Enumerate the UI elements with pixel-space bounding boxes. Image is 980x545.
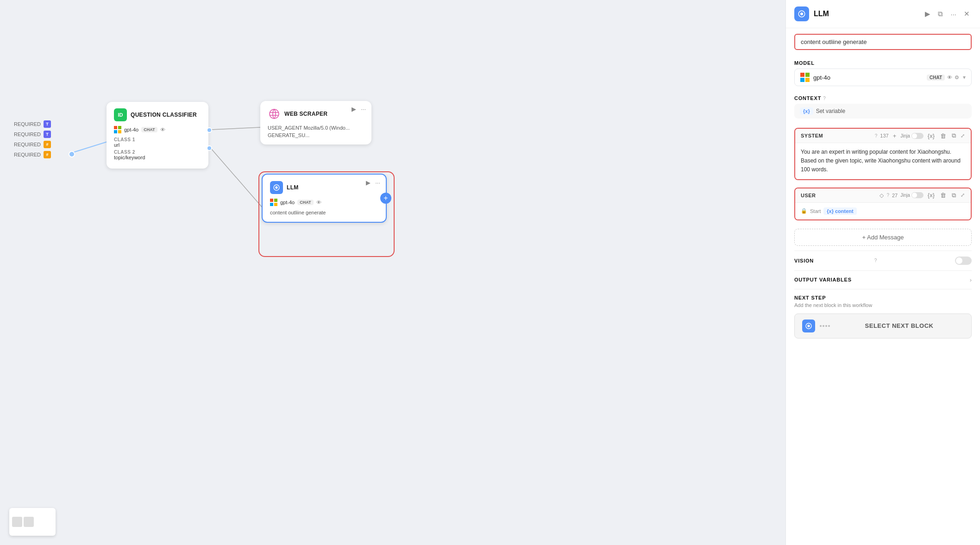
llm-more-btn[interactable]: ··· [374,178,381,187]
svg-line-2 [211,148,263,208]
llm-canvas-title: LLM [287,184,299,191]
ws-actions: ▶ ··· [351,105,367,113]
toggle-thumb-system [912,133,917,138]
input-row-4: REQUIRED # [14,151,116,158]
llm-play-btn[interactable]: ▶ [365,178,371,187]
input-row-2: REQUIRED T [14,131,116,138]
qc-chat-badge: CHAT [141,127,157,132]
svg-point-3 [270,109,279,119]
vision-label: VISION [794,258,873,263]
svg-point-11 [807,325,810,327]
user-expand-btn[interactable]: ⤢ [960,192,965,199]
system-expand-btn[interactable]: ⤢ [960,132,965,139]
panel-name-input[interactable] [794,34,972,50]
user-var-btn[interactable]: {x} [926,191,936,199]
system-add-btn[interactable]: + [892,132,898,140]
svg-point-7 [275,186,277,188]
vision-help-icon: ? [874,258,877,263]
system-copy-btn[interactable]: ⧉ [950,132,957,140]
llm-model-name: gpt-4o [280,200,295,205]
input-row-1: REQUIRED T [14,120,116,128]
input-label-2: REQUIRED [14,132,41,137]
output-vars-chevron: › [970,276,972,283]
ctx-var-badge: {x} [800,107,813,115]
qc-class1: CLASS 1 url [114,137,201,148]
class1-label: CLASS 1 [114,137,201,142]
ms-logo-qc [114,126,121,133]
panel-close-btn[interactable]: ✕ [962,8,972,20]
class1-value: url [114,142,201,148]
qc-model-name: gpt-4o [124,127,138,132]
llm-add-btn[interactable]: + [380,193,391,204]
class2-value: topic/keyword [114,155,201,160]
output-vars-row[interactable]: OUTPUT VARIABLES › [794,270,972,289]
conn-dot-input [69,151,75,157]
llm-chat-badge: CHAT [297,200,313,205]
system-var-btn[interactable]: {x} [926,132,936,140]
panel-header: LLM ▶ ⧉ ··· ✕ [786,0,980,28]
system-msg-body[interactable]: You are an expert in writing popular con… [795,143,971,179]
eye-icon-llm: 👁 [316,200,321,205]
ws-line2: GENERATE_SU... [268,132,364,138]
context-section-header: CONTEXT ? [786,91,980,104]
qc-model-row: gpt-4o CHAT 👁 [114,126,201,133]
llm-header: LLM [270,181,378,194]
qc-title: QUESTION CLASSIFIER [131,112,197,118]
snb-llm-icon [802,319,815,332]
panel-split-btn[interactable]: ⧉ [936,8,945,20]
user-role-chevron: ◇ [879,192,884,199]
toggle-track-system[interactable] [911,133,923,139]
mini-map [9,508,56,536]
panel-llm-icon [794,6,809,21]
web-scraper-node[interactable]: WEB SCRAPER USER_AGENT Mozilla/5.0 (Wind… [260,101,371,144]
user-delete-btn[interactable]: 🗑 [939,191,948,199]
ws-play-btn[interactable]: ▶ [351,105,357,113]
next-step-section: NEXT STEP Add the next block in this wor… [794,289,972,344]
qc-header: ID QUESTION CLASSIFIER [114,108,201,121]
content-var-badge: {x} content [823,207,856,215]
system-help-icon: ? [875,133,878,138]
llm-canvas-actions: ▶ ··· [365,178,381,187]
system-role-label: SYSTEM [801,133,872,138]
next-step-title: NEXT STEP [794,295,972,301]
jinja-label-system: Jinja [900,133,910,138]
user-copy-btn[interactable]: ⧉ [950,191,957,200]
ws-icon [268,107,281,120]
eye-icon-panel[interactable]: 👁 [947,75,952,80]
toggle-track-user[interactable] [911,192,923,198]
panel-title: LLM [814,10,918,18]
canvas-area: REQUIRED T REQUIRED T REQUIRED # REQUIRE… [0,0,785,545]
system-msg-text: You are an expert in writing popular con… [801,149,961,173]
jinja-toggle-user[interactable]: Jinja [900,192,923,198]
output-vars-label: OUTPUT VARIABLES [794,277,970,282]
model-selector[interactable]: gpt-4o CHAT 👁 ⚙ ▾ [794,69,972,86]
ws-more-btn[interactable]: ··· [360,105,367,113]
jinja-toggle-system[interactable]: Jinja [900,133,923,139]
system-msg-header: SYSTEM ? 137 + Jinja {x} 🗑 ⧉ ⤢ [795,129,971,143]
vision-toggle[interactable] [955,257,972,265]
llm-canvas-node[interactable]: LLM gpt-4o CHAT 👁 content outliine gener… [262,174,387,223]
eye-icon-qc: 👁 [160,127,165,132]
svg-point-9 [800,13,803,15]
question-classifier-node[interactable]: ID QUESTION CLASSIFIER gpt-4o CHAT 👁 CLA… [107,102,208,169]
ws-header: WEB SCRAPER [268,107,364,120]
llm-icon [270,181,283,194]
user-role-label: USER [801,193,877,198]
toggle-thumb-user [912,193,917,198]
connection-lines [0,0,785,545]
context-label: CONTEXT [794,95,821,101]
input-badge-4: # [44,151,51,158]
input-badge-1: T [44,120,51,128]
add-message-btn[interactable]: + Add Message [794,229,972,246]
sliders-icon-panel[interactable]: ⚙ [955,75,959,81]
input-node: REQUIRED T REQUIRED T REQUIRED # REQUIRE… [14,120,116,161]
select-next-block-btn[interactable]: SELECT NEXT BLOCK [794,313,972,338]
panel-more-btn[interactable]: ··· [949,8,958,20]
user-msg-body: 🔒 Start {x} content [795,203,971,219]
panel-play-btn[interactable]: ▶ [923,8,932,20]
system-delete-btn[interactable]: 🗑 [939,132,948,140]
qc-out-dot-2 [207,145,212,151]
input-badge-3: # [44,141,51,148]
user-message-block: USER ◇ ? 27 Jinja {x} 🗑 ⧉ ⤢ 🔒 Start {x} … [794,188,972,220]
jinja-label-user: Jinja [900,193,910,198]
